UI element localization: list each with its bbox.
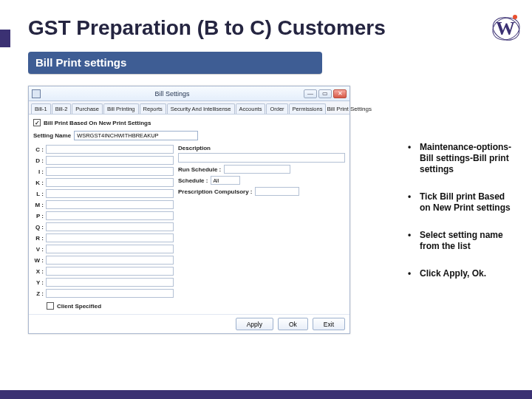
schedule-label: Schedule : (178, 177, 208, 184)
checkbox-client-specified[interactable] (47, 302, 54, 310)
checkbox-label: Bill Print Based On New Print Settings (44, 120, 151, 126)
ok-button[interactable]: Ok (278, 318, 308, 330)
tab-purchase[interactable]: Purchase (72, 103, 103, 114)
apply-button[interactable]: Apply (236, 318, 273, 330)
run-schedule-label: Run Schedule : (178, 166, 221, 173)
field-label: V : (33, 246, 44, 253)
field-label: P : (33, 213, 44, 219)
prescription-label: Prescription Compulsory : (178, 188, 252, 195)
list-item: Maintenance-options-Bill settings-Bill p… (406, 142, 517, 175)
field-input-q[interactable] (46, 222, 174, 231)
field-input-w[interactable] (46, 256, 174, 265)
prescription-input[interactable] (255, 187, 299, 196)
tab-accounts[interactable]: Accounts (236, 103, 266, 114)
field-label: D : (33, 157, 44, 164)
run-schedule-input[interactable] (224, 165, 290, 174)
tab-order[interactable]: Order (266, 103, 287, 114)
field-input-x[interactable] (46, 267, 174, 276)
section-ribbon: Bill Print settings (28, 52, 322, 74)
client-specified-label: Client Specified (57, 303, 101, 310)
window-content: ✓ Bill Print Based On New Print Settings… (29, 115, 349, 314)
tab-bill-printing[interactable]: Bill Printing (103, 103, 139, 114)
description-column: Description Run Schedule : Schedule : Pr… (174, 145, 345, 310)
instruction-list: Maintenance-options-Bill settings-Bill p… (377, 142, 517, 296)
bill-settings-window: Bill Settings — ▭ ✕ Bill-1 Bill-2 Purcha… (28, 86, 350, 334)
field-input-r[interactable] (46, 233, 174, 242)
tab-reports[interactable]: Reports (140, 103, 166, 114)
dialog-button-row: Apply Ok Exit (29, 314, 349, 333)
field-label: I : (33, 168, 44, 175)
close-button[interactable]: ✕ (333, 89, 347, 98)
field-input-p[interactable] (46, 211, 174, 220)
window-titlebar: Bill Settings — ▭ ✕ (29, 86, 349, 101)
field-label: W : (33, 257, 44, 264)
field-label: L : (33, 191, 44, 197)
field-input-c[interactable] (46, 145, 174, 154)
brand-logo: W (491, 13, 520, 43)
field-input-m[interactable] (46, 200, 174, 209)
field-input-z[interactable] (46, 289, 174, 298)
slide-accent (0, 30, 10, 47)
setting-name-input[interactable] (74, 131, 198, 140)
field-label: Y : (33, 279, 44, 286)
tab-bill-2[interactable]: Bill-2 (52, 103, 72, 114)
field-input-d[interactable] (46, 156, 174, 165)
slide-bottom-bar (0, 390, 532, 399)
field-label: C : (33, 146, 44, 153)
schedule-input[interactable] (211, 176, 240, 185)
tab-extra-label: Bill Print Settings (327, 106, 374, 114)
page-title: GST Preparation (B to C) Customers (28, 16, 386, 40)
field-input-k[interactable] (46, 178, 174, 187)
field-label: Q : (33, 224, 44, 231)
field-label: M : (33, 202, 44, 208)
tab-strip: Bill-1 Bill-2 Purchase Bill Printing Rep… (29, 101, 349, 115)
description-box[interactable] (178, 153, 345, 163)
setting-name-label: Setting Name (33, 132, 71, 139)
brand-letter: W (491, 18, 520, 40)
field-column: C : D : I : K : L : M : P : Q : R : V : … (33, 145, 174, 310)
checkbox-new-print-settings[interactable]: ✓ (33, 119, 41, 126)
maximize-button[interactable]: ▭ (318, 89, 332, 98)
field-label: X : (33, 268, 44, 275)
list-item: Tick Bill print Based on New Print setti… (406, 191, 517, 214)
list-item: Click Apply, Ok. (406, 268, 517, 279)
tab-permissions[interactable]: Permissions (289, 103, 327, 114)
window-title: Bill Settings (44, 90, 301, 98)
field-input-i[interactable] (46, 167, 174, 176)
field-label: K : (33, 180, 44, 186)
list-item: Select setting name from the list (406, 230, 517, 252)
tab-bill-1[interactable]: Bill-1 (31, 103, 51, 114)
tab-security[interactable]: Security And Intellisense (167, 103, 235, 114)
field-label: Z : (33, 290, 44, 297)
exit-button[interactable]: Exit (313, 318, 345, 330)
field-input-y[interactable] (46, 278, 174, 287)
field-input-l[interactable] (46, 189, 174, 198)
app-icon (32, 89, 41, 98)
minimize-button[interactable]: — (304, 89, 317, 98)
field-input-v[interactable] (46, 245, 174, 253)
description-label: Description (178, 145, 345, 151)
field-label: R : (33, 235, 44, 242)
